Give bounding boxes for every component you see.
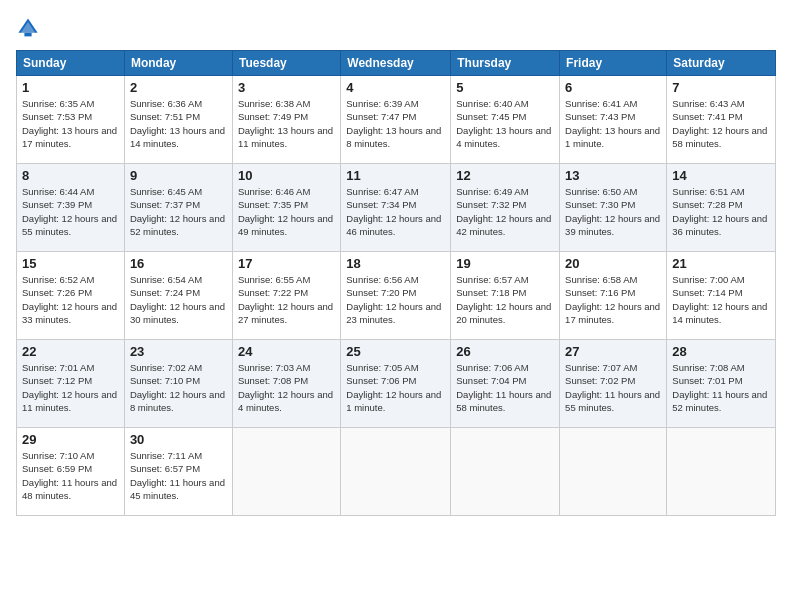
- day-number: 21: [672, 256, 770, 271]
- day-info: Sunrise: 7:08 AM Sunset: 7:01 PM Dayligh…: [672, 361, 770, 414]
- weekday-header: Saturday: [667, 51, 776, 76]
- calendar-cell: 23 Sunrise: 7:02 AM Sunset: 7:10 PM Dayl…: [124, 340, 232, 428]
- day-info: Sunrise: 6:51 AM Sunset: 7:28 PM Dayligh…: [672, 185, 770, 238]
- calendar-cell: 5 Sunrise: 6:40 AM Sunset: 7:45 PM Dayli…: [451, 76, 560, 164]
- day-number: 6: [565, 80, 661, 95]
- day-info: Sunrise: 7:05 AM Sunset: 7:06 PM Dayligh…: [346, 361, 445, 414]
- day-number: 8: [22, 168, 119, 183]
- calendar-cell: 12 Sunrise: 6:49 AM Sunset: 7:32 PM Dayl…: [451, 164, 560, 252]
- calendar-cell: 7 Sunrise: 6:43 AM Sunset: 7:41 PM Dayli…: [667, 76, 776, 164]
- weekday-header: Sunday: [17, 51, 125, 76]
- day-info: Sunrise: 6:47 AM Sunset: 7:34 PM Dayligh…: [346, 185, 445, 238]
- day-info: Sunrise: 7:00 AM Sunset: 7:14 PM Dayligh…: [672, 273, 770, 326]
- day-number: 22: [22, 344, 119, 359]
- weekday-header: Tuesday: [232, 51, 340, 76]
- day-number: 24: [238, 344, 335, 359]
- calendar-table: SundayMondayTuesdayWednesdayThursdayFrid…: [16, 50, 776, 516]
- day-info: Sunrise: 6:57 AM Sunset: 7:18 PM Dayligh…: [456, 273, 554, 326]
- day-info: Sunrise: 6:49 AM Sunset: 7:32 PM Dayligh…: [456, 185, 554, 238]
- calendar-cell: [667, 428, 776, 516]
- day-number: 26: [456, 344, 554, 359]
- weekday-header: Friday: [560, 51, 667, 76]
- calendar-cell: 2 Sunrise: 6:36 AM Sunset: 7:51 PM Dayli…: [124, 76, 232, 164]
- day-info: Sunrise: 6:46 AM Sunset: 7:35 PM Dayligh…: [238, 185, 335, 238]
- calendar-cell: 27 Sunrise: 7:07 AM Sunset: 7:02 PM Dayl…: [560, 340, 667, 428]
- day-number: 1: [22, 80, 119, 95]
- calendar-cell: 26 Sunrise: 7:06 AM Sunset: 7:04 PM Dayl…: [451, 340, 560, 428]
- calendar-cell: 22 Sunrise: 7:01 AM Sunset: 7:12 PM Dayl…: [17, 340, 125, 428]
- calendar-cell: 9 Sunrise: 6:45 AM Sunset: 7:37 PM Dayli…: [124, 164, 232, 252]
- day-number: 15: [22, 256, 119, 271]
- day-number: 4: [346, 80, 445, 95]
- day-number: 27: [565, 344, 661, 359]
- day-number: 13: [565, 168, 661, 183]
- day-info: Sunrise: 6:44 AM Sunset: 7:39 PM Dayligh…: [22, 185, 119, 238]
- calendar-cell: 30 Sunrise: 7:11 AM Sunset: 6:57 PM Dayl…: [124, 428, 232, 516]
- day-info: Sunrise: 6:52 AM Sunset: 7:26 PM Dayligh…: [22, 273, 119, 326]
- day-info: Sunrise: 7:03 AM Sunset: 7:08 PM Dayligh…: [238, 361, 335, 414]
- day-number: 23: [130, 344, 227, 359]
- day-number: 2: [130, 80, 227, 95]
- day-number: 19: [456, 256, 554, 271]
- calendar-cell: 15 Sunrise: 6:52 AM Sunset: 7:26 PM Dayl…: [17, 252, 125, 340]
- calendar-cell: 14 Sunrise: 6:51 AM Sunset: 7:28 PM Dayl…: [667, 164, 776, 252]
- day-info: Sunrise: 6:55 AM Sunset: 7:22 PM Dayligh…: [238, 273, 335, 326]
- day-number: 30: [130, 432, 227, 447]
- day-info: Sunrise: 6:54 AM Sunset: 7:24 PM Dayligh…: [130, 273, 227, 326]
- day-number: 18: [346, 256, 445, 271]
- day-info: Sunrise: 6:41 AM Sunset: 7:43 PM Dayligh…: [565, 97, 661, 150]
- day-number: 9: [130, 168, 227, 183]
- day-number: 12: [456, 168, 554, 183]
- day-number: 16: [130, 256, 227, 271]
- weekday-header: Wednesday: [341, 51, 451, 76]
- day-info: Sunrise: 7:11 AM Sunset: 6:57 PM Dayligh…: [130, 449, 227, 502]
- calendar-cell: 16 Sunrise: 6:54 AM Sunset: 7:24 PM Dayl…: [124, 252, 232, 340]
- calendar-cell: 21 Sunrise: 7:00 AM Sunset: 7:14 PM Dayl…: [667, 252, 776, 340]
- day-number: 11: [346, 168, 445, 183]
- weekday-header: Monday: [124, 51, 232, 76]
- logo: [16, 16, 44, 40]
- day-info: Sunrise: 6:38 AM Sunset: 7:49 PM Dayligh…: [238, 97, 335, 150]
- day-info: Sunrise: 7:10 AM Sunset: 6:59 PM Dayligh…: [22, 449, 119, 502]
- day-info: Sunrise: 6:50 AM Sunset: 7:30 PM Dayligh…: [565, 185, 661, 238]
- calendar-cell: 1 Sunrise: 6:35 AM Sunset: 7:53 PM Dayli…: [17, 76, 125, 164]
- calendar-cell: [341, 428, 451, 516]
- day-info: Sunrise: 6:39 AM Sunset: 7:47 PM Dayligh…: [346, 97, 445, 150]
- day-number: 28: [672, 344, 770, 359]
- calendar-cell: 18 Sunrise: 6:56 AM Sunset: 7:20 PM Dayl…: [341, 252, 451, 340]
- calendar-cell: 25 Sunrise: 7:05 AM Sunset: 7:06 PM Dayl…: [341, 340, 451, 428]
- calendar-cell: 17 Sunrise: 6:55 AM Sunset: 7:22 PM Dayl…: [232, 252, 340, 340]
- calendar-cell: [232, 428, 340, 516]
- logo-icon: [16, 16, 40, 40]
- day-number: 29: [22, 432, 119, 447]
- calendar-cell: 24 Sunrise: 7:03 AM Sunset: 7:08 PM Dayl…: [232, 340, 340, 428]
- calendar-cell: 19 Sunrise: 6:57 AM Sunset: 7:18 PM Dayl…: [451, 252, 560, 340]
- calendar-cell: 13 Sunrise: 6:50 AM Sunset: 7:30 PM Dayl…: [560, 164, 667, 252]
- calendar-cell: [560, 428, 667, 516]
- calendar-cell: 11 Sunrise: 6:47 AM Sunset: 7:34 PM Dayl…: [341, 164, 451, 252]
- day-info: Sunrise: 6:40 AM Sunset: 7:45 PM Dayligh…: [456, 97, 554, 150]
- day-info: Sunrise: 6:56 AM Sunset: 7:20 PM Dayligh…: [346, 273, 445, 326]
- calendar-cell: 20 Sunrise: 6:58 AM Sunset: 7:16 PM Dayl…: [560, 252, 667, 340]
- calendar-cell: 3 Sunrise: 6:38 AM Sunset: 7:49 PM Dayli…: [232, 76, 340, 164]
- day-info: Sunrise: 6:45 AM Sunset: 7:37 PM Dayligh…: [130, 185, 227, 238]
- calendar-cell: 4 Sunrise: 6:39 AM Sunset: 7:47 PM Dayli…: [341, 76, 451, 164]
- day-info: Sunrise: 7:02 AM Sunset: 7:10 PM Dayligh…: [130, 361, 227, 414]
- day-info: Sunrise: 7:07 AM Sunset: 7:02 PM Dayligh…: [565, 361, 661, 414]
- day-number: 17: [238, 256, 335, 271]
- calendar-cell: 28 Sunrise: 7:08 AM Sunset: 7:01 PM Dayl…: [667, 340, 776, 428]
- day-number: 14: [672, 168, 770, 183]
- day-info: Sunrise: 6:43 AM Sunset: 7:41 PM Dayligh…: [672, 97, 770, 150]
- day-info: Sunrise: 6:35 AM Sunset: 7:53 PM Dayligh…: [22, 97, 119, 150]
- day-info: Sunrise: 7:06 AM Sunset: 7:04 PM Dayligh…: [456, 361, 554, 414]
- svg-rect-2: [24, 33, 31, 37]
- calendar-cell: 8 Sunrise: 6:44 AM Sunset: 7:39 PM Dayli…: [17, 164, 125, 252]
- day-number: 10: [238, 168, 335, 183]
- header: [16, 16, 776, 40]
- day-info: Sunrise: 6:36 AM Sunset: 7:51 PM Dayligh…: [130, 97, 227, 150]
- day-number: 3: [238, 80, 335, 95]
- day-number: 20: [565, 256, 661, 271]
- day-number: 5: [456, 80, 554, 95]
- calendar-cell: [451, 428, 560, 516]
- calendar-cell: 29 Sunrise: 7:10 AM Sunset: 6:59 PM Dayl…: [17, 428, 125, 516]
